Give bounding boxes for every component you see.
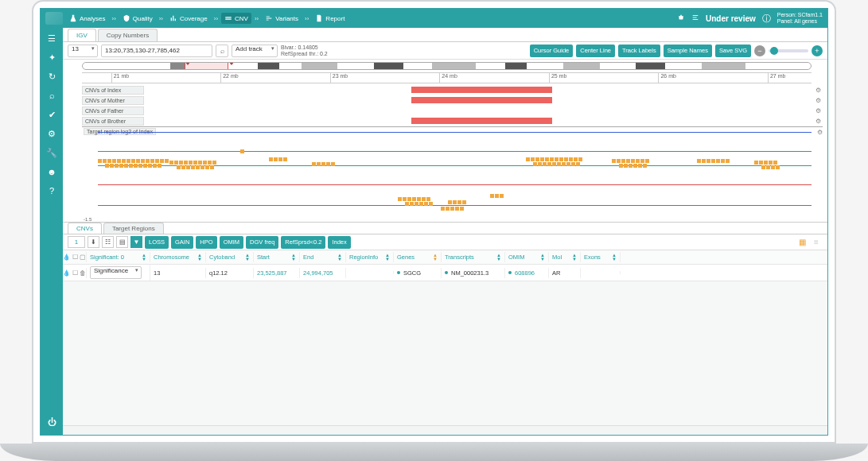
locus-search-button[interactable]: ⌕: [216, 45, 228, 57]
tab-copy-numbers[interactable]: Copy Numbers: [98, 29, 158, 41]
cell-moi: AR: [549, 268, 581, 278]
cell-significance[interactable]: Significance: [87, 265, 150, 281]
col-exons[interactable]: Exons▲▼: [581, 252, 621, 262]
page-number[interactable]: 1: [68, 236, 85, 248]
col-chromosome[interactable]: Chromosome▲▼: [150, 252, 206, 262]
columns-button[interactable]: ▤: [116, 236, 128, 248]
track-gear-icon[interactable]: ⚙: [813, 118, 823, 125]
ruler-tick: 27 mb: [768, 73, 785, 83]
review-status[interactable]: Under review: [706, 14, 756, 23]
center-line-button[interactable]: Center Line: [576, 45, 615, 57]
col-moi[interactable]: MoI▲▼: [549, 252, 581, 262]
chromosome-ideogram[interactable]: [82, 62, 812, 70]
nav-analyses[interactable]: Analyses: [66, 13, 108, 24]
layers-icon[interactable]: ☰: [46, 33, 57, 44]
cell-omim[interactable]: 608896: [505, 268, 549, 278]
chip-index[interactable]: Index: [328, 236, 350, 249]
nav-label: Variants: [275, 15, 298, 22]
help-icon[interactable]: ?: [46, 185, 57, 196]
col-cytoband[interactable]: Cytoband▲▼: [206, 252, 254, 262]
cell-end[interactable]: 24,994,705: [300, 268, 346, 278]
cursor-guide-button[interactable]: Cursor Guide: [530, 45, 574, 57]
basket-icon[interactable]: [677, 14, 685, 23]
track-gear-icon[interactable]: ⚙: [815, 129, 824, 136]
info-icon[interactable]: ⓘ: [762, 13, 771, 25]
result-tabs: CNVs Target Regions: [63, 222, 827, 234]
col-end[interactable]: End▲▼: [300, 252, 346, 262]
track-area[interactable]: [144, 116, 813, 126]
chip-gain[interactable]: GAIN: [171, 236, 193, 249]
chevron-icon: ››: [255, 15, 259, 22]
zoom-slider[interactable]: [769, 49, 808, 52]
chip-hpo[interactable]: HPO: [196, 236, 216, 249]
track-labels-button[interactable]: Track Labels: [618, 45, 660, 57]
chip-refsprsd[interactable]: RefSprsd<0.2: [281, 236, 325, 249]
settings-button[interactable]: ☷: [102, 236, 114, 248]
zoom-in-button[interactable]: +: [812, 45, 823, 56]
nav-cnv[interactable]: CNV: [221, 13, 251, 24]
wrench-icon[interactable]: 🔧: [46, 147, 57, 158]
col-omim[interactable]: OMIM▲▼: [505, 252, 549, 262]
col-transcripts[interactable]: Transcripts▲▼: [442, 252, 505, 262]
cell-chromosome: 13: [150, 268, 206, 278]
search-icon[interactable]: ⌕: [46, 90, 57, 101]
view-toggle: ▦ ≡: [796, 237, 823, 248]
grid-view-icon[interactable]: ▦: [796, 237, 808, 248]
cell-transcript[interactable]: NM_000231.3: [442, 268, 505, 278]
tab-cnvs[interactable]: CNVs: [68, 223, 102, 234]
cell-genes[interactable]: SGCG: [394, 268, 442, 278]
log2-track[interactable]: 0.97 -1.5 Target region log2 of Index: [82, 126, 823, 222]
nav-quality[interactable]: Quality: [119, 13, 156, 24]
chrom-select[interactable]: 13: [68, 45, 98, 57]
history-icon[interactable]: ↻: [46, 71, 57, 82]
cnv-tracks: CNVs of Index ⚙ CNVs of Mother ⚙ CNVs of…: [63, 83, 827, 222]
track-gear-icon[interactable]: ⚙: [813, 107, 823, 114]
save-svg-button[interactable]: Save SVG: [715, 45, 751, 57]
app-logo[interactable]: [45, 12, 63, 25]
nav-label: Quality: [133, 15, 153, 22]
track-area[interactable]: [144, 85, 813, 95]
tab-target-regions[interactable]: Target Regions: [103, 223, 164, 234]
table-row[interactable]: 💧 ☐ 🗑 Significance 13 q12.12 23,525,887 …: [63, 265, 827, 281]
shield-icon: [123, 14, 130, 22]
chip-dgv[interactable]: DGV freq: [246, 236, 278, 249]
ruler-tick: 23 mb: [330, 73, 348, 83]
power-icon[interactable]: ⏻: [46, 419, 57, 430]
chevron-icon: ››: [305, 15, 309, 22]
track-label: CNVs of Brother: [82, 117, 144, 126]
genomic-ruler: 21 mb 22 mb 23 mb 24 mb 25 mb 26 mb 27 m…: [82, 72, 812, 83]
col-genes[interactable]: Genes▲▼: [394, 252, 442, 262]
nav-variants[interactable]: Variants: [262, 13, 302, 24]
col-regioninfo[interactable]: RegionInfo▲▼: [346, 252, 394, 262]
shield-check-icon[interactable]: ✔: [46, 109, 57, 120]
filter-funnel-button[interactable]: ▼: [130, 236, 142, 248]
cell-start[interactable]: 23,525,887: [254, 268, 300, 278]
list-view-icon[interactable]: ≡: [810, 237, 823, 248]
topbar: Analyses ›› Quality ›› Coverage ›› CNV ›…: [41, 9, 827, 28]
ruler-tick: 25 mb: [549, 73, 566, 83]
panel-line: Panel: All genes: [777, 18, 823, 25]
nav-report[interactable]: Report: [312, 13, 348, 24]
col-start[interactable]: Start▲▼: [254, 252, 300, 262]
accessibility-icon[interactable]: ✦: [46, 52, 57, 63]
locus-input[interactable]: 13:20,735,130-27,785,462: [101, 45, 212, 57]
col-significant[interactable]: Significant: 0▲▼: [87, 252, 150, 262]
zoom-out-button[interactable]: −: [754, 45, 765, 56]
track-gear-icon[interactable]: ⚙: [813, 97, 823, 104]
chip-omim[interactable]: OMIM: [220, 236, 243, 249]
document-icon: [315, 14, 323, 22]
nav-label: Report: [325, 15, 344, 22]
nav-coverage[interactable]: Coverage: [166, 13, 211, 24]
cnv-icon: [224, 14, 232, 22]
account-icon[interactable]: ☻: [46, 166, 57, 177]
download-button[interactable]: ⬇: [88, 236, 99, 248]
tab-igv[interactable]: IGV: [68, 29, 96, 41]
sample-names-button[interactable]: Sample Names: [664, 45, 712, 57]
gear-icon[interactable]: ⚙: [46, 128, 57, 139]
chip-loss[interactable]: LOSS: [145, 236, 169, 249]
track-gear-icon[interactable]: ⚙: [813, 87, 823, 94]
add-track-select[interactable]: Add track: [232, 45, 278, 57]
row-actions[interactable]: 💧 ☐ 🗑: [63, 268, 87, 278]
track-area[interactable]: [144, 106, 813, 116]
track-area[interactable]: [144, 95, 813, 106]
